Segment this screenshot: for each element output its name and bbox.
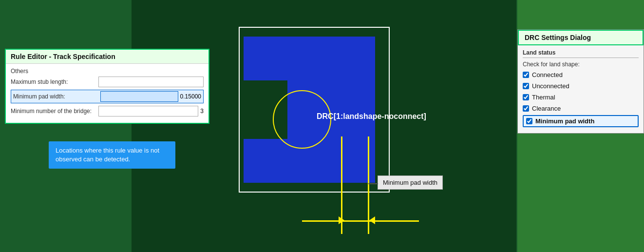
- rule-section-label: Others: [11, 68, 204, 75]
- drc-settings-dialog: DRC Settings Dialog Land status Check fo…: [517, 29, 644, 134]
- arrow-right-icon: [339, 216, 344, 224]
- checkbox-minpadwidth-input[interactable]: [526, 118, 532, 124]
- rule-label-minpad: Minimum pad width:: [13, 93, 100, 100]
- rule-value-minpad: 0.15000: [180, 93, 201, 100]
- checkbox-thermal: Thermal: [523, 93, 639, 102]
- rule-row-stub: Maximum stub length:: [11, 77, 204, 87]
- drc-label: DRC[1:landshape-noconnect]: [317, 112, 426, 121]
- checkbox-connected: Connected: [523, 70, 639, 79]
- rule-input-bridge[interactable]: [98, 106, 198, 116]
- check-land-label: Check for land shape:: [523, 61, 639, 68]
- drc-dialog-title: DRC Settings Dialog: [518, 30, 644, 45]
- checkbox-unconnected-input[interactable]: [523, 83, 529, 89]
- checkbox-thermal-input[interactable]: [523, 94, 529, 100]
- checkbox-clearance: Clearance: [523, 104, 639, 113]
- rule-label-stub: Maximum stub length:: [11, 78, 98, 85]
- rule-row-bridge: Minimum number of the bridge: 3: [11, 106, 204, 116]
- rule-value-bridge: 3: [200, 108, 204, 115]
- rule-editor-panel: Rule Editor - Track Specification Others…: [5, 49, 209, 124]
- tooltip-bubble: Locations where this rule value is not o…: [49, 141, 175, 169]
- checkbox-clearance-input[interactable]: [523, 105, 529, 112]
- checkbox-thermal-label: Thermal: [532, 94, 555, 101]
- arrow-left-icon: [369, 216, 375, 224]
- checkbox-minpadwidth-label: Minimum pad width: [535, 117, 594, 125]
- checkbox-unconnected-label: Unconnected: [532, 82, 569, 90]
- rule-row-minpad: Minimum pad width: 0.15000: [11, 90, 204, 103]
- checkbox-unconnected: Unconnected: [523, 81, 639, 91]
- rule-input-minpad[interactable]: [100, 91, 178, 102]
- rule-label-bridge: Minimum number of the bridge:: [11, 108, 98, 115]
- yellow-line-h: [302, 220, 419, 222]
- mpw-callout: Minimum pad width: [378, 175, 443, 190]
- checkbox-clearance-label: Clearance: [532, 105, 561, 112]
- rule-input-stub[interactable]: [98, 77, 204, 87]
- checkbox-connected-input[interactable]: [523, 72, 529, 78]
- rule-editor-title: Rule Editor - Track Specification: [6, 50, 208, 64]
- checkbox-connected-label: Connected: [532, 71, 563, 78]
- checkbox-minpadwidth: Minimum pad width: [523, 115, 639, 127]
- land-status-label: Land status: [523, 49, 639, 58]
